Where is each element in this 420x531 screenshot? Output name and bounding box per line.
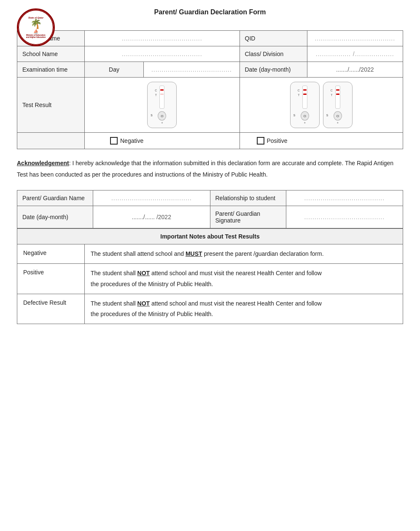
- qid-label: QID: [240, 31, 307, 46]
- negative-label: Negative: [120, 137, 143, 144]
- note-defective-row: Defective Result The student shall NOT a…: [17, 294, 403, 324]
- acknowledgement-section: Acknowledgement: I hereby acknowledge th…: [17, 158, 403, 180]
- school-name-label: School Name: [17, 46, 85, 62]
- guardian-name-label: Parent/ Guardian Name: [17, 190, 93, 206]
- student-name-value: .......................................: [85, 31, 240, 46]
- negative-test-kit: CT s O +: [147, 82, 177, 128]
- day-value: .......................................: [144, 62, 240, 78]
- test-result-row: Test Result CT s O +: [17, 78, 403, 133]
- note-defective-text: The student shall NOT attend school and …: [85, 294, 403, 324]
- note-negative-label: Negative: [17, 244, 85, 264]
- guardian-name-row: Parent/ Guardian Name ..................…: [17, 190, 403, 206]
- notes-header: Important Notes about Test Results: [17, 228, 403, 244]
- exam-time-row: Examination time Day ...................…: [17, 62, 403, 78]
- guardian-name-value: .......................................: [93, 190, 210, 206]
- signature-label: Parent/ Guardian Signature: [210, 206, 286, 228]
- note-positive-text: The student shall NOT attend school and …: [85, 264, 403, 294]
- note-positive-label: Positive: [17, 264, 85, 294]
- note-positive-row: Positive The student shall NOT attend sc…: [17, 264, 403, 294]
- page-header: State of Qatar 🌴 ⛵ Ministry of Education…: [17, 8, 403, 23]
- negative-kit-cell: CT s O +: [85, 78, 240, 133]
- class-division-label: Class/ Division: [240, 46, 307, 62]
- form-title: Parent/ Guardian Declaration Form: [154, 8, 266, 16]
- exam-time-label: Examination time: [17, 62, 85, 78]
- school-name-value: .......................................: [85, 46, 240, 62]
- note-negative-text: The student shall attend school and MUST…: [85, 244, 403, 264]
- negative-checkbox[interactable]: [110, 137, 118, 145]
- note-negative-row: Negative The student shall attend school…: [17, 244, 403, 264]
- logo: State of Qatar 🌴 ⛵ Ministry of Education…: [17, 8, 55, 46]
- main-form-table: Student Name ...........................…: [17, 30, 403, 149]
- positive-test-kit-1: CT s O +: [290, 82, 320, 128]
- date-label: Date (day-month): [240, 62, 307, 78]
- test-result-label: Test Result: [17, 78, 85, 133]
- positive-test-kit-2: CT s O +: [323, 82, 353, 128]
- signature-row: Date (day-month) ......./...... /2022 Pa…: [17, 206, 403, 228]
- school-name-row: School Name ............................…: [17, 46, 403, 62]
- logo-palm-icon: 🌴: [30, 19, 42, 29]
- relationship-value: .......................................: [286, 190, 403, 206]
- signature-value: .......................................: [286, 206, 403, 228]
- positive-kit-cell: CT s O + CT s: [240, 78, 403, 133]
- positive-checkbox[interactable]: [257, 137, 264, 145]
- positive-label-cell: Positive: [240, 133, 403, 149]
- qid-value: .......................................: [307, 31, 403, 46]
- class-division-value: ................. /...................: [307, 46, 403, 62]
- logo-boat-icon: ⛵: [33, 29, 38, 34]
- acknowledgement-text: : I hereby acknowledge that the informat…: [17, 160, 393, 178]
- day-label: Day: [85, 62, 144, 78]
- relationship-label: Relationship to student: [210, 190, 286, 206]
- positive-label: Positive: [267, 137, 288, 144]
- notes-table: Negative The student shall attend school…: [17, 244, 403, 324]
- negative-label-cell: Negative: [85, 133, 240, 149]
- date-value: ......./....../2022: [307, 62, 403, 78]
- second-form-table: Parent/ Guardian Name ..................…: [17, 190, 403, 228]
- student-name-row: Student Name ...........................…: [17, 31, 403, 46]
- note-defective-label: Defective Result: [17, 294, 85, 324]
- acknowledgement-title: Acknowledgement: [17, 160, 69, 166]
- second-date-label: Date (day-month): [17, 206, 93, 228]
- neg-pos-label-row: Negative Positive: [17, 133, 403, 149]
- second-date-value: ......./...... /2022: [93, 206, 210, 228]
